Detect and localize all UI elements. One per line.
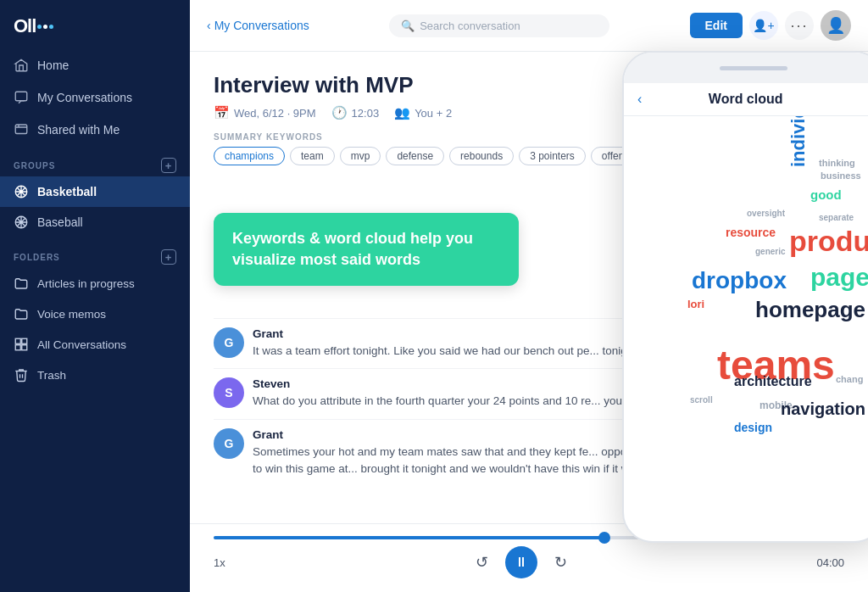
meta-duration: 🕐 12:03: [331, 105, 380, 120]
phone-mockup: ‹ Word cloud individualthinkingbusinessg…: [622, 51, 868, 543]
progress-thumb[interactable]: [598, 532, 610, 544]
search-placeholder: Search conversation: [420, 20, 520, 32]
word-cloud-word: thinking: [819, 159, 855, 168]
folder-icon: [14, 276, 29, 291]
avatar[interactable]: 👤: [821, 10, 851, 41]
avatar: G: [214, 428, 244, 459]
share-icon: [14, 122, 29, 137]
logo-dot3: [49, 25, 53, 29]
phone-notch: [624, 53, 868, 83]
topbar-actions: Edit 👤+ ··· 👤: [690, 10, 851, 41]
trash-icon: [14, 367, 29, 383]
progress-fill: [214, 536, 604, 539]
folder-label-trash: Trash: [37, 369, 66, 382]
more-options-button[interactable]: ···: [785, 11, 814, 40]
keyword-tag[interactable]: champions: [214, 147, 285, 165]
sidebar-item-my-conversations[interactable]: My Conversations: [0, 81, 190, 114]
skip-forward-button[interactable]: ↻: [554, 553, 567, 572]
folders-section-label: FOLDERS +: [0, 237, 190, 268]
grid-icon: [14, 337, 29, 352]
people-icon: 👥: [394, 105, 410, 120]
keyword-tag[interactable]: mvp: [340, 147, 381, 165]
word-cloud-word: scroll: [690, 396, 713, 405]
word-cloud-word: dropbox: [692, 269, 787, 293]
word-cloud-word: product: [789, 226, 868, 255]
search-icon: 🔍: [401, 20, 415, 32]
keyword-tag[interactable]: 3 pointers: [519, 147, 586, 165]
word-cloud-word: oversight: [747, 209, 785, 218]
calendar-icon: 📅: [214, 105, 230, 120]
svg-rect-5: [22, 338, 27, 343]
basketball-icon: [14, 184, 29, 199]
back-button[interactable]: ‹ My Conversations: [207, 19, 309, 32]
play-pause-button[interactable]: ⏸: [505, 546, 537, 578]
voice-icon: [14, 306, 29, 321]
meta-date: 📅 Wed, 6/12 · 9PM: [214, 105, 316, 120]
sidebar-item-basketball[interactable]: Basketball: [0, 176, 190, 207]
group-label-basketball: Basketball: [37, 185, 97, 198]
svg-rect-1: [15, 125, 27, 134]
logo-dot1: [37, 25, 42, 29]
sidebar-item-baseball[interactable]: Baseball: [0, 207, 190, 237]
sidebar: Oll Home My Conversations Shared with Me…: [0, 0, 190, 592]
word-cloud-word: individual: [789, 116, 808, 167]
skip-icon: ↻: [554, 554, 567, 571]
nav-items: Home My Conversations Shared with Me: [0, 49, 190, 146]
sidebar-item-label-shared-with-me: Shared with Me: [37, 123, 120, 137]
word-cloud-word: separate: [819, 214, 854, 222]
phone-back-button[interactable]: ‹: [637, 92, 642, 107]
sidebar-item-trash[interactable]: Trash: [0, 360, 190, 390]
sidebar-item-articles[interactable]: Articles in progress: [0, 268, 190, 299]
avatar: S: [214, 377, 244, 408]
keyword-tag[interactable]: defense: [386, 147, 444, 165]
word-cloud-word: generic: [755, 248, 786, 256]
add-group-button[interactable]: +: [161, 158, 176, 173]
sidebar-item-shared-with-me[interactable]: Shared with Me: [0, 114, 190, 146]
word-cloud-word: lori: [687, 299, 704, 310]
search-bar[interactable]: 🔍 Search conversation: [389, 14, 609, 37]
back-label: My Conversations: [214, 19, 309, 32]
group-label-baseball: Baseball: [37, 215, 83, 229]
folder-label-voice-memos: Voice memos: [37, 308, 106, 321]
avatar: G: [214, 327, 244, 358]
add-user-icon: 👤+: [753, 19, 774, 32]
phone-notch-bar: [720, 66, 787, 70]
keyword-tag[interactable]: team: [290, 147, 335, 165]
sidebar-item-voice-memos[interactable]: Voice memos: [0, 299, 190, 329]
word-cloud-word: page: [810, 265, 868, 290]
word-cloud-word: navigation: [781, 400, 865, 417]
topbar: ‹ My Conversations 🔍 Search conversation…: [190, 0, 868, 52]
edit-button[interactable]: Edit: [690, 13, 743, 38]
rewind-button[interactable]: ↺: [476, 553, 488, 572]
meta-participants: 👥 You + 2: [394, 105, 452, 120]
word-cloud-word: design: [734, 422, 772, 433]
folder-label-articles: Articles in progress: [37, 277, 135, 290]
player-time: 04:00: [816, 556, 844, 569]
rewind-icon: ↺: [476, 554, 488, 571]
groups-section-label: GROUPS +: [0, 146, 190, 176]
sidebar-item-all-conversations[interactable]: All Conversations: [0, 329, 190, 360]
word-cloud-word: architecture: [734, 375, 812, 388]
clock-icon: 🕐: [331, 105, 348, 120]
home-icon: [14, 58, 29, 73]
word-cloud-word: homepage: [755, 299, 865, 321]
svg-rect-6: [15, 345, 20, 350]
word-cloud-word: business: [821, 171, 861, 181]
player-controls: 1x ↺ ⏸ ↻ 04:00: [214, 546, 844, 578]
main-content: ‹ My Conversations 🔍 Search conversation…: [190, 0, 868, 592]
logo-dot2: [43, 25, 47, 29]
word-cloud: individualthinkingbusinessgoodoversightr…: [624, 116, 868, 523]
logo: Oll: [0, 0, 190, 49]
svg-rect-7: [22, 345, 27, 350]
sidebar-item-label-my-conversations: My Conversations: [37, 91, 132, 104]
word-cloud-word: chang: [836, 375, 863, 384]
keyword-tag[interactable]: rebounds: [449, 147, 514, 165]
playback-speed[interactable]: 1x: [214, 556, 225, 569]
add-folder-button[interactable]: +: [161, 249, 176, 265]
add-user-button[interactable]: 👤+: [749, 11, 778, 40]
more-dots-icon: ···: [790, 17, 808, 35]
phone-word-cloud-title: Word cloud: [648, 92, 843, 107]
word-cloud-word: resource: [726, 226, 776, 238]
sidebar-item-label-home: Home: [37, 59, 69, 72]
sidebar-item-home[interactable]: Home: [0, 49, 190, 81]
